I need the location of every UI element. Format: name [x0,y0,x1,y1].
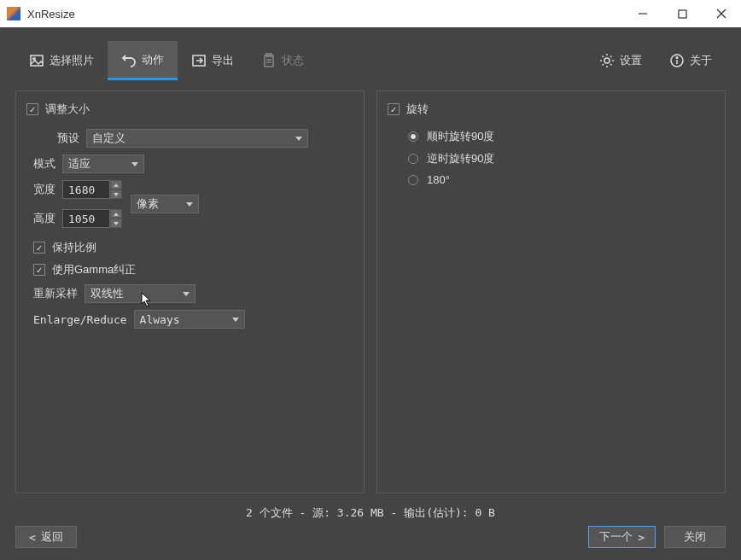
tab-label: 动作 [142,52,164,67]
tab-label: 导出 [212,53,234,68]
footer: 返回 下一个 关闭 [0,526,741,560]
tab-export[interactable]: 导出 [178,41,248,80]
unit-select[interactable]: 像素 [131,195,199,213]
tabbar: 选择照片 动作 导出 状态 设置 [0,27,741,80]
preset-label: 预设 [57,131,79,146]
height-label: 高度 [33,211,55,226]
height-input[interactable]: 1050 [62,209,122,228]
rotate-cw90-radio[interactable] [408,131,418,142]
svg-rect-7 [265,55,273,67]
minimize-icon [638,9,648,19]
close-label: 关闭 [684,529,706,545]
tab-label: 选择照片 [50,53,94,68]
gamma-checkbox[interactable]: ✓ [33,264,45,276]
back-label: 返回 [41,529,63,545]
resize-title: 调整大小 [45,102,90,117]
maximize-icon [678,9,687,19]
width-spin-down[interactable] [110,190,122,199]
keep-ratio-label: 保持比例 [52,240,96,255]
photo-icon [29,53,44,68]
enlarge-value: Always [140,313,225,326]
width-input[interactable]: 1680 [62,180,122,199]
maximize-button[interactable] [662,0,702,27]
titlebar: XnResize [0,0,741,27]
export-icon [191,53,207,68]
window-title: XnResize [27,8,623,20]
resample-label: 重新采样 [33,286,78,301]
close-window-button[interactable] [702,0,741,27]
statusbar: 2 个文件 - 源: 3.26 MB - 输出(估计): 0 B [0,502,741,526]
rotate-ccw90-label: 逆时旋转90度 [427,151,494,166]
undo-icon [121,52,137,67]
tab-settings[interactable]: 设置 [586,41,656,80]
chevron-down-icon [183,292,190,296]
rotate-ccw90-radio[interactable] [408,154,418,164]
rotate-180-label: 180° [427,173,450,186]
chevron-down-icon [186,202,193,207]
enlarge-select[interactable]: Always [134,310,245,329]
tab-status: 状态 [248,41,318,80]
svg-point-14 [676,57,678,59]
minimize-button[interactable] [623,0,662,27]
svg-point-5 [33,58,36,61]
close-icon [716,9,726,19]
width-label: 宽度 [33,182,55,197]
tab-label: 设置 [620,53,642,68]
keep-ratio-checkbox[interactable]: ✓ [33,242,45,254]
gamma-label: 使用Gamma纠正 [52,262,136,277]
close-button[interactable]: 关闭 [664,526,726,548]
chevron-up-icon [114,184,119,187]
rotate-checkbox[interactable]: ✓ [388,103,400,115]
chevron-down-icon [114,193,119,196]
preset-select[interactable]: 自定义 [86,129,308,148]
tab-action[interactable]: 动作 [108,41,178,80]
unit-value: 像素 [137,196,179,212]
next-button[interactable]: 下一个 [588,526,656,548]
clipboard-icon [261,53,277,68]
svg-rect-4 [31,55,43,66]
rotate-title: 旋转 [406,102,429,117]
tab-label: 状态 [282,53,304,68]
tab-select-photos[interactable]: 选择照片 [15,41,108,80]
width-spin-up[interactable] [110,180,122,190]
mode-value: 适应 [68,156,125,172]
svg-rect-1 [679,10,686,18]
resize-checkbox[interactable]: ✓ [26,103,38,115]
svg-point-11 [604,58,610,63]
chevron-down-icon [114,222,119,225]
resample-select[interactable]: 双线性 [85,284,195,303]
chevron-down-icon [131,162,138,166]
rotate-cw90-label: 顺时旋转90度 [427,129,494,144]
mode-label: 模式 [33,156,55,172]
rotate-panel: ✓ 旋转 顺时旋转90度 逆时旋转90度 180° [376,90,726,493]
width-value[interactable]: 1680 [62,180,110,199]
chevron-down-icon [232,318,239,322]
rotate-180-radio[interactable] [408,175,418,185]
enlarge-label: Enlarge/Reduce [33,313,127,326]
tab-label: 关于 [690,53,712,68]
resample-value: 双线性 [90,286,176,301]
preset-value: 自定义 [92,131,289,146]
mode-select[interactable]: 适应 [62,155,144,173]
height-value[interactable]: 1050 [62,209,110,228]
chevron-down-icon [295,137,302,141]
chevron-up-icon [114,213,119,216]
tab-about[interactable]: 关于 [656,41,726,80]
resize-panel: ✓ 调整大小 预设 自定义 模式 适应 宽 [15,90,365,493]
gear-icon [599,53,615,68]
next-label: 下一个 [599,529,633,545]
height-spin-up[interactable] [110,209,122,219]
info-icon [669,53,685,68]
back-button[interactable]: 返回 [15,526,77,548]
app-logo-icon [7,7,20,20]
height-spin-down[interactable] [110,219,122,228]
